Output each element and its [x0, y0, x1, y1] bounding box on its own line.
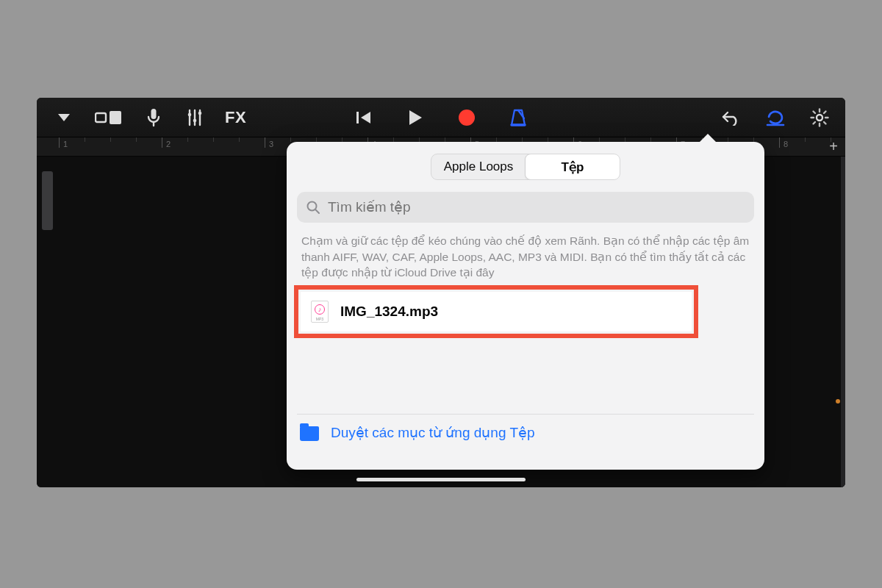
svg-rect-2 [110, 111, 121, 124]
browse-files-app-button[interactable]: Duyệt các mục từ ứng dụng Tệp [297, 424, 754, 441]
svg-point-10 [198, 111, 202, 115]
search-input[interactable] [328, 199, 745, 215]
ruler-number: 3 [269, 140, 273, 148]
toolbar-right [720, 98, 831, 137]
fx-button[interactable]: FX [225, 105, 246, 130]
toolbar: FX [37, 98, 845, 137]
svg-marker-0 [58, 114, 70, 121]
svg-line-23 [814, 112, 816, 114]
scrollbar-edge [841, 157, 845, 487]
search-icon [306, 200, 320, 215]
play-button[interactable] [404, 105, 426, 130]
marker-dot [836, 399, 840, 404]
svg-point-8 [188, 112, 192, 116]
svg-marker-13 [409, 110, 422, 125]
garageband-window: FX [37, 98, 845, 487]
svg-line-24 [824, 122, 826, 124]
divider [297, 414, 754, 415]
svg-rect-3 [151, 109, 157, 119]
settings-gear-icon[interactable] [808, 105, 831, 130]
home-indicator [356, 478, 526, 481]
svg-line-26 [814, 122, 816, 124]
transport-controls [353, 98, 529, 137]
svg-line-28 [315, 209, 319, 213]
svg-rect-11 [356, 112, 359, 123]
ruler-number: 1 [63, 140, 68, 148]
popover-tabs: Apple Loops Tệp [431, 154, 620, 180]
view-menu-button[interactable] [53, 105, 75, 130]
loop-browser-button[interactable] [764, 105, 786, 130]
help-text: Chạm và giữ các tệp để kéo chúng vào chế… [301, 233, 750, 281]
svg-point-9 [193, 118, 197, 122]
search-field[interactable] [297, 192, 754, 223]
microphone-icon[interactable] [143, 105, 165, 130]
svg-rect-1 [96, 113, 106, 122]
tab-files[interactable]: Tệp [525, 154, 620, 180]
file-item[interactable]: MP3 IMG_1324.mp3 [301, 292, 692, 331]
folder-icon [300, 426, 319, 441]
ruler-number: 8 [784, 140, 788, 148]
record-button[interactable] [456, 105, 478, 130]
track-view-button[interactable] [94, 105, 123, 130]
ruler-number: 2 [166, 140, 171, 148]
go-to-start-button[interactable] [353, 105, 375, 130]
file-name-label: IMG_1324.mp3 [340, 304, 438, 320]
file-row-highlight: MP3 IMG_1324.mp3 [294, 285, 698, 338]
browse-label: Duyệt các mục từ ứng dụng Tệp [331, 424, 535, 441]
svg-line-25 [824, 112, 826, 114]
mixer-icon[interactable] [184, 105, 206, 130]
track-header-handle[interactable] [42, 171, 53, 230]
svg-marker-12 [361, 112, 370, 123]
metronome-icon[interactable] [507, 105, 529, 130]
undo-button[interactable] [720, 105, 742, 130]
svg-point-14 [459, 110, 475, 126]
svg-point-18 [817, 115, 822, 121]
file-browser-popover: Apple Loops Tệp Chạm và giữ các tệp để k… [287, 142, 764, 470]
mp3-file-icon: MP3 [311, 301, 329, 323]
tab-apple-loops[interactable]: Apple Loops [431, 154, 526, 179]
